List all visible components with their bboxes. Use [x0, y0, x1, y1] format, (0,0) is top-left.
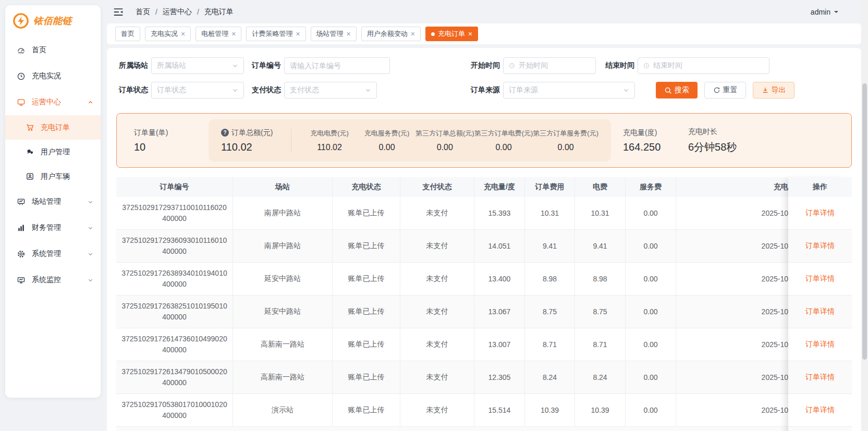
- charge-status: 账单已上传: [333, 328, 400, 361]
- order-detail-link[interactable]: 订单详情: [805, 373, 835, 382]
- close-icon[interactable]: ×: [231, 30, 236, 38]
- col-actions: 操作: [788, 177, 852, 197]
- brand-logo: 铱佰能链: [5, 5, 101, 34]
- order-source-select[interactable]: 订单来源: [503, 82, 635, 98]
- elec-fee: 8.71: [575, 328, 626, 361]
- breadcrumb-charging-orders[interactable]: 充电订单: [204, 7, 234, 17]
- help-icon[interactable]: ?: [221, 129, 229, 137]
- sidebar-item-user-vehicles[interactable]: 用户车辆: [5, 164, 101, 189]
- chevron-down-icon: [232, 87, 238, 93]
- table-row: 37251029172613479010500020400000 高新南一路站 …: [116, 361, 852, 394]
- station: 演示站: [233, 394, 333, 426]
- tab-charging-orders[interactable]: 充电订单 ×: [425, 27, 478, 41]
- chevron-up-icon: [88, 100, 93, 105]
- close-icon[interactable]: ×: [468, 30, 472, 38]
- filter-row-1: 所属场站 所属场站 订单编号 开始时间 开始时间 结束时间 结束时间: [116, 57, 852, 74]
- end-time-placeholder: 结束时间: [653, 61, 764, 70]
- charge-status: 账单已上传: [333, 263, 400, 295]
- tab-station-management[interactable]: 场站管理 ×: [311, 27, 357, 41]
- search-button[interactable]: 搜索: [656, 82, 698, 98]
- sidebar-item-label: 充电订单: [41, 123, 93, 132]
- pay-status: 未支付: [400, 263, 474, 295]
- sidebar-item-label: 财务管理: [32, 223, 88, 232]
- stat-third-service-fee: 第三方订单服务费(元) 0.00: [533, 129, 598, 152]
- tab-charging-live[interactable]: 充电实况 ×: [145, 27, 191, 41]
- pay-status-select[interactable]: 支付状态: [284, 82, 377, 98]
- end-time-picker[interactable]: 结束时间: [638, 57, 769, 74]
- tab-label: 计费策略管理: [252, 29, 292, 39]
- breadcrumb-home[interactable]: 首页: [136, 7, 150, 17]
- order-detail-link[interactable]: 订单详情: [805, 307, 835, 316]
- service-fee: 0.00: [626, 361, 676, 393]
- stats-bar: 订单量(单) 10 ? 订单总额(元) 110.02 充电电费(元) 110.0…: [116, 113, 852, 168]
- energy: 12.305: [474, 361, 525, 393]
- tab-label: 充电订单: [438, 29, 465, 39]
- sidebar-item-charging-orders[interactable]: 充电订单: [5, 115, 101, 140]
- chevron-down-icon: [88, 251, 93, 257]
- divider: [291, 129, 291, 153]
- order-status-select[interactable]: 订单状态: [151, 82, 244, 98]
- refresh-icon: [713, 87, 720, 94]
- stat-label: 充电量(度): [623, 128, 680, 138]
- sidebar-item-charging-live[interactable]: 充电实况: [5, 63, 101, 89]
- table-row-partial: [116, 427, 852, 431]
- order-fee: 10.31: [525, 197, 575, 229]
- finance-icon: [17, 224, 26, 232]
- close-icon[interactable]: ×: [411, 30, 415, 38]
- charge-time-clipped: 2025-10: [676, 263, 788, 295]
- close-icon[interactable]: ×: [181, 30, 185, 38]
- sidebar-item-label: 运营中心: [32, 97, 88, 107]
- sidebar-item-user-management[interactable]: 用户管理: [5, 140, 101, 164]
- stat-value: 0.00: [415, 143, 474, 152]
- sidebar-item-finance-management[interactable]: 财务管理: [5, 215, 101, 241]
- order-detail-link[interactable]: 订单详情: [805, 274, 835, 284]
- stat-label: 订单总额(元): [231, 128, 273, 138]
- table-row: 37251029170538017010001020400000 演示站 账单已…: [116, 394, 852, 427]
- order-fee: 9.41: [525, 230, 575, 262]
- filter-order-status-label: 订单状态: [119, 85, 151, 95]
- sidebar-item-station-management[interactable]: 场站管理: [5, 189, 101, 215]
- start-time-picker[interactable]: 开始时间: [503, 57, 596, 74]
- stat-charge-service-fee: 充电服务费(元) 0.00: [358, 129, 415, 152]
- stat-label: 第三方订单总额(元): [415, 129, 474, 138]
- active-dot: [431, 32, 435, 36]
- close-icon[interactable]: ×: [296, 30, 300, 38]
- sidebar-item-home[interactable]: 首页: [5, 37, 101, 63]
- clock-icon: [643, 63, 650, 69]
- scrollbar-thumb[interactable]: [862, 83, 867, 360]
- user-menu[interactable]: admin: [811, 8, 838, 16]
- order-detail-link[interactable]: 订单详情: [805, 208, 835, 218]
- order-status-placeholder: 订单状态: [157, 85, 228, 95]
- filter-actions: 搜索 重置 导出: [656, 82, 794, 98]
- tab-home[interactable]: 首页: [115, 27, 140, 41]
- reset-button[interactable]: 重置: [704, 82, 746, 98]
- filter-order-source: 订单来源 订单来源: [471, 82, 635, 98]
- tab-label: 首页: [121, 29, 135, 39]
- monitor-icon: [17, 276, 26, 285]
- action-column-partial: [788, 427, 852, 431]
- brand-name: 铱佰能链: [33, 15, 72, 27]
- station: 高新南一路站: [233, 328, 333, 361]
- order-fee: 8.75: [525, 295, 575, 328]
- sidebar-collapse-icon[interactable]: [113, 6, 124, 18]
- chevron-down-icon: [623, 87, 629, 93]
- filter-order-no-label: 订单编号: [252, 61, 284, 70]
- sidebar-item-system-management[interactable]: 系统管理: [5, 241, 101, 267]
- order-detail-link[interactable]: 订单详情: [805, 405, 835, 415]
- stat-order-total: ? 订单总额(元) 110.02: [221, 128, 279, 153]
- station-select[interactable]: 所属场站: [151, 57, 244, 74]
- close-icon[interactable]: ×: [347, 30, 351, 38]
- order-no-input[interactable]: [284, 57, 390, 74]
- sidebar-item-system-monitor[interactable]: 系统监控: [5, 267, 101, 293]
- sidebar-item-operations[interactable]: 运营中心: [5, 89, 101, 115]
- tab-pile-management[interactable]: 电桩管理 ×: [195, 27, 241, 41]
- charge-status: 账单已上传: [333, 197, 400, 229]
- order-detail-link[interactable]: 订单详情: [805, 340, 835, 349]
- tab-billing-strategy[interactable]: 计费策略管理 ×: [246, 27, 305, 41]
- chevron-down-icon: [232, 63, 238, 69]
- tab-user-balance[interactable]: 用户余额变动 ×: [361, 27, 421, 41]
- breadcrumb-operations[interactable]: 运营中心: [163, 7, 192, 17]
- charge-status: 账单已上传: [333, 230, 400, 262]
- order-detail-link[interactable]: 订单详情: [805, 241, 835, 251]
- export-button[interactable]: 导出: [753, 82, 794, 98]
